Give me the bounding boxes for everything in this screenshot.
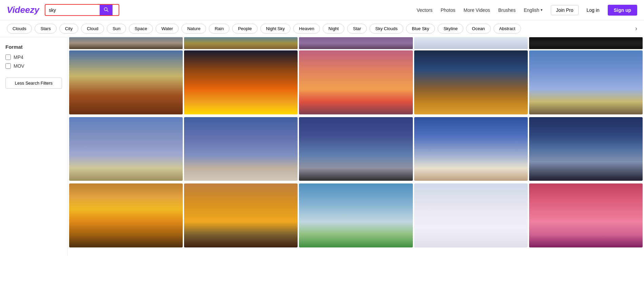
thumbnail[interactable]: [299, 183, 412, 247]
tag-abstract[interactable]: Abstract: [494, 24, 521, 34]
header: Videezy Vectors Photos More Videos Brush…: [0, 0, 644, 20]
mov-filter[interactable]: MOV: [5, 63, 62, 69]
logo[interactable]: Videezy: [7, 5, 39, 15]
thumb-partial-2[interactable]: [184, 37, 298, 49]
tag-nature[interactable]: Nature: [181, 24, 206, 34]
tag-sky-clouds[interactable]: Sky Clouds: [369, 24, 403, 34]
mp4-checkbox[interactable]: [5, 54, 11, 60]
tag-people[interactable]: People: [232, 24, 257, 34]
nav-links: Vectors Photos More Videos Brushes Engli…: [417, 5, 637, 16]
thumbnail[interactable]: [69, 117, 183, 181]
tags-bar: CloudsStarsCityCloudSunSpaceWaterNatureR…: [0, 20, 644, 37]
tag-clouds[interactable]: Clouds: [7, 24, 32, 34]
tag-stars[interactable]: Stars: [35, 24, 56, 34]
tag-heaven[interactable]: Heaven: [293, 24, 320, 34]
thumbnail[interactable]: [184, 117, 298, 181]
search-input[interactable]: [45, 5, 100, 15]
tag-ocean[interactable]: Ocean: [466, 24, 490, 34]
tag-city[interactable]: City: [59, 24, 78, 34]
thumbnail[interactable]: [529, 50, 643, 114]
search-bar: [45, 4, 119, 16]
thumbnail[interactable]: [414, 183, 528, 247]
partial-top-row: [68, 37, 644, 49]
grid-row-2: [68, 116, 644, 182]
sidebar: Format MP4 MOV Less Search Filters: [0, 37, 68, 256]
tags-scroll-right[interactable]: ›: [635, 25, 637, 32]
nav-more-videos[interactable]: More Videos: [464, 7, 490, 13]
grid-row-3: [68, 182, 644, 249]
tag-space[interactable]: Space: [129, 24, 153, 34]
thumbnail[interactable]: [299, 50, 412, 114]
main-layout: Format MP4 MOV Less Search Filters: [0, 37, 644, 256]
nav-brushes[interactable]: Brushes: [498, 7, 516, 13]
tag-rain[interactable]: Rain: [209, 24, 229, 34]
mp4-label: MP4: [14, 54, 23, 60]
content-grid: [68, 37, 644, 256]
tag-water[interactable]: Water: [156, 24, 179, 34]
signup-button[interactable]: Sign up: [608, 5, 637, 16]
mp4-filter[interactable]: MP4: [5, 54, 62, 60]
tag-cloud[interactable]: Cloud: [81, 24, 104, 34]
thumbnail[interactable]: [414, 50, 528, 114]
tag-night-sky[interactable]: Night Sky: [260, 24, 291, 34]
search-button[interactable]: [100, 5, 113, 15]
thumb-partial-3[interactable]: [299, 37, 412, 49]
format-label: Format: [5, 44, 62, 50]
thumbnail[interactable]: [184, 50, 298, 114]
join-pro-button[interactable]: Join Pro: [551, 5, 578, 15]
thumbnail[interactable]: [299, 117, 412, 181]
mov-checkbox[interactable]: [5, 63, 11, 69]
thumbnail[interactable]: [414, 117, 528, 181]
tag-blue-sky[interactable]: Blue Sky: [406, 24, 435, 34]
svg-line-1: [107, 10, 108, 12]
login-button[interactable]: Log in: [587, 7, 600, 13]
tag-night[interactable]: Night: [323, 24, 344, 34]
thumb-partial-4[interactable]: [414, 37, 528, 49]
thumbnail[interactable]: [529, 183, 643, 247]
thumbnail[interactable]: [529, 117, 643, 181]
thumbnail[interactable]: [184, 183, 298, 247]
tag-sun[interactable]: Sun: [107, 24, 126, 34]
nav-vectors[interactable]: Vectors: [417, 7, 432, 13]
thumbnail[interactable]: [69, 183, 183, 247]
search-icon: [104, 7, 108, 12]
thumbnail[interactable]: [69, 50, 183, 114]
nav-photos[interactable]: Photos: [441, 7, 456, 13]
language-selector[interactable]: English: [524, 7, 543, 13]
less-filters-button[interactable]: Less Search Filters: [5, 78, 62, 89]
mov-label: MOV: [14, 63, 24, 69]
tag-skyline[interactable]: Skyline: [438, 24, 463, 34]
tag-star[interactable]: Star: [347, 24, 367, 34]
thumb-partial-5[interactable]: [529, 37, 643, 49]
thumb-partial-1[interactable]: [69, 37, 183, 49]
grid-row-1: [68, 49, 644, 116]
